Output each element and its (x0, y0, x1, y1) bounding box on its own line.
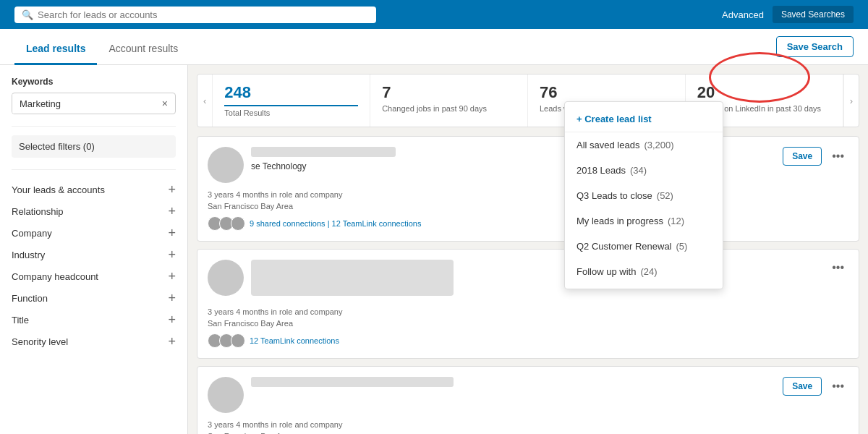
result-card-3: Save ••• 3 years 4 months in role and co… (197, 366, 859, 434)
name-placeholder-3 (251, 377, 454, 387)
dropdown-count-5: (24) (640, 266, 657, 277)
filter-title[interactable]: Title + (12, 309, 176, 331)
save-search-button[interactable]: Save Search (776, 36, 854, 57)
card-2-actions: ••• (827, 260, 848, 276)
filter-label-company-headcount: Company headcount (12, 271, 98, 282)
card-2-role: 3 years 4 months in role and company (208, 307, 848, 316)
card-2-location: San Francisco Bay Area (208, 319, 848, 328)
filters-list: Your leads & accounts + Relationship + C… (12, 169, 176, 361)
filter-label-your-leads: Your leads & accounts (12, 184, 105, 195)
conn-avatar-2c (231, 333, 245, 348)
card-2-conn-avatars (208, 333, 245, 348)
dropdown-count-1: (34) (630, 165, 647, 176)
card-1-details: se Technology (251, 147, 396, 171)
card-3-actions: Save ••• (783, 377, 848, 396)
filter-selected: Selected filters (0) (12, 126, 176, 169)
card-2-connections-row: 12 TeamLink connections (208, 333, 848, 348)
filter-label-title: Title (12, 315, 29, 326)
advanced-label[interactable]: Advanced (722, 9, 764, 20)
tab-lead-results[interactable]: Lead results (14, 34, 97, 65)
selected-filters-row[interactable]: Selected filters (0) (12, 135, 176, 158)
stat-changed-jobs: 7 Changed jobs in past 90 days (370, 75, 528, 127)
card-1-location: San Francisco Bay Area (208, 202, 848, 210)
expand-icon-company-headcount: + (168, 270, 176, 283)
dropdown-item-5[interactable]: Follow up with (24) (565, 259, 723, 284)
stats-bar: ‹ 248 Total Results 7 Changed jobs in pa… (197, 74, 859, 127)
saved-searches-button[interactable]: Saved Searches (773, 6, 854, 23)
sidebar: Keywords × Selected filters (0) Your lea… (0, 65, 188, 434)
save-button-1[interactable]: Save (783, 147, 822, 166)
top-bar-right: Advanced Saved Searches (722, 6, 854, 23)
dropdown-count-0: (3,200) (644, 140, 673, 150)
dropdown-item-1[interactable]: 2018 Leads (34) (565, 158, 723, 183)
card-1-person: se Technology (208, 147, 396, 183)
create-lead-list-label: + Create lead list (576, 114, 652, 124)
filter-company-headcount[interactable]: Company headcount + (12, 265, 176, 287)
card-2-conn-text: 12 TeamLink connections (250, 336, 339, 345)
keywords-section: Keywords × (12, 77, 176, 114)
search-container: 🔍 (14, 7, 376, 23)
stats-nav-left[interactable]: ‹ (197, 75, 213, 127)
avatar-1 (208, 147, 244, 183)
stats-nav-right[interactable]: › (843, 75, 859, 127)
dropdown-item-3[interactable]: My leads in progress (12) (565, 208, 723, 234)
dropdown-item-0[interactable]: All saved leads (3,200) (565, 132, 723, 158)
stat-changed-label: Changed jobs in past 90 days (382, 103, 516, 114)
tabs-container: Lead results Account results (14, 29, 190, 64)
keywords-label: Keywords (12, 77, 176, 87)
filter-function[interactable]: Function + (12, 287, 176, 309)
card-1-actions: Save ••• (783, 147, 848, 166)
filter-label-relationship: Relationship (12, 206, 64, 217)
filter-relationship[interactable]: Relationship + (12, 200, 176, 222)
filter-seniority[interactable]: Senority level + (12, 331, 176, 352)
card-1-header: se Technology Save ••• (208, 147, 848, 183)
search-icon: 🔍 (22, 9, 33, 20)
more-button-2[interactable]: ••• (827, 260, 848, 276)
result-card-2: ••• 3 years 4 months in role and company… (197, 249, 859, 359)
top-bar: 🔍 Advanced Saved Searches (0, 0, 868, 29)
avatar-2 (208, 260, 244, 296)
card-2-details (251, 260, 454, 300)
dropdown-label-2: Q3 Leads to close (576, 190, 652, 201)
create-lead-list-item[interactable]: + Create lead list (565, 106, 723, 132)
stat-changed-number: 7 (382, 83, 516, 102)
card-1-connections-row: 9 shared connections | 12 TeamLink conne… (208, 216, 848, 231)
keyword-clear-button[interactable]: × (155, 93, 175, 114)
conn-avatar-1c (231, 216, 245, 231)
avatar-3 (208, 377, 244, 413)
name-placeholder-2 (251, 260, 454, 296)
more-button-1[interactable]: ••• (827, 148, 848, 164)
dropdown-label-0: All saved leads (576, 140, 639, 150)
expand-icon-function: + (168, 292, 176, 305)
dropdown-item-4[interactable]: Q2 Customer Renewal (5) (565, 234, 723, 259)
stat-posted-number: 20 (697, 83, 831, 102)
lead-list-dropdown: + Create lead list All saved leads (3,20… (564, 101, 723, 289)
filter-industry[interactable]: Industry + (12, 244, 176, 265)
filter-company[interactable]: Company + (12, 222, 176, 244)
keyword-input[interactable] (12, 94, 155, 114)
filter-your-leads[interactable]: Your leads & accounts + (12, 179, 176, 200)
more-button-3[interactable]: ••• (827, 378, 848, 394)
expand-icon-seniority: + (168, 335, 176, 348)
expand-icon-company: + (168, 226, 176, 239)
card-1-role: 3 years 4 months in role and company (208, 190, 848, 199)
dropdown-count-4: (5) (676, 241, 688, 252)
result-card-1: se Technology Save ••• 3 years 4 months … (197, 136, 859, 242)
card-1-conn-text: 9 shared connections | 12 TeamLink conne… (250, 219, 421, 228)
dropdown-count-3: (12) (668, 216, 684, 226)
dropdown-label-4: Q2 Customer Renewal (576, 241, 672, 252)
search-input[interactable] (38, 9, 369, 20)
stat-total-label: Total Results (224, 108, 358, 118)
filter-label-industry: Industry (12, 250, 45, 260)
save-button-3[interactable]: Save (783, 377, 822, 396)
filter-label-seniority: Senority level (12, 336, 68, 347)
expand-icon-industry: + (168, 248, 176, 261)
stat-total-results: 248 Total Results (213, 75, 370, 127)
dropdown-item-2[interactable]: Q3 Leads to close (52) (565, 183, 723, 208)
dropdown-count-2: (52) (657, 190, 673, 201)
stat-total-number: 248 (224, 83, 358, 106)
card-2-header: ••• (208, 260, 848, 300)
tab-account-results[interactable]: Account results (97, 34, 190, 65)
expand-icon-title: + (168, 313, 176, 326)
stat-teamlink-number: 76 (540, 83, 673, 102)
